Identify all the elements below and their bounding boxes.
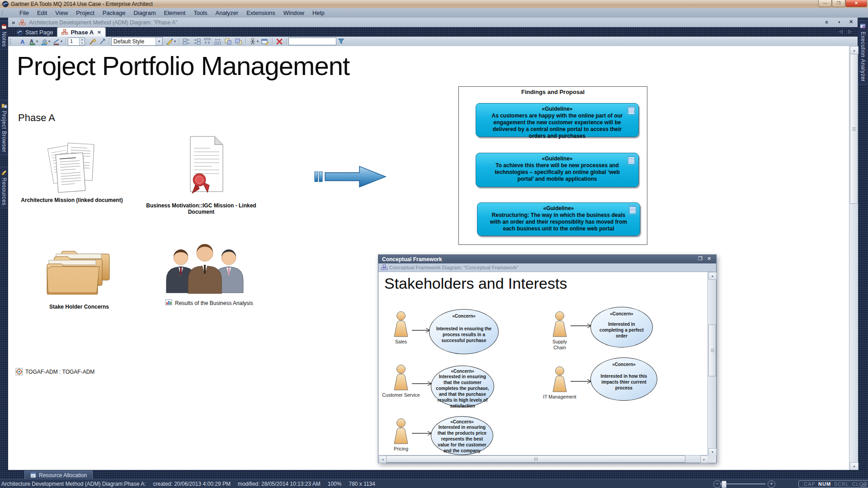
zoom-slider-thumb[interactable] xyxy=(722,481,726,488)
dock-tab-project-browser[interactable]: Project Browser xyxy=(0,100,8,155)
menu-item-diagram[interactable]: Diagram xyxy=(129,9,160,16)
text-color-button[interactable]: A ▾ xyxy=(28,38,39,46)
menu-drag-handle[interactable] xyxy=(1,10,4,16)
tab-scroll-right-icon[interactable]: ▷ xyxy=(848,29,852,34)
insert-related-left-button[interactable] xyxy=(181,38,192,46)
style-combobox[interactable]: Default Style ▾ xyxy=(111,37,163,46)
filter-button[interactable] xyxy=(336,38,346,46)
combobox-dropdown-icon[interactable]: ▾ xyxy=(156,38,162,45)
concern-ellipse[interactable]: «Concern» Interested in completing a per… xyxy=(590,307,653,347)
menu-item-extensions[interactable]: Extensions xyxy=(242,9,279,16)
canvas-scrollbar-thumb[interactable] xyxy=(850,54,858,204)
concern-ellipse[interactable]: «Concern» Interested in ensuring that th… xyxy=(431,416,493,455)
actor-supply-chain[interactable]: Supply Chain xyxy=(549,311,571,350)
resources-icon xyxy=(1,169,7,175)
dock-tab-notes[interactable]: Notes xyxy=(0,21,8,50)
tab-close-icon[interactable]: ✕ xyxy=(97,30,101,35)
stakeholder-concerns-artifact[interactable] xyxy=(45,248,115,295)
findings-proposal-boundary[interactable]: Findings and Proposal «Guideline» As cus… xyxy=(458,86,647,245)
actor-customer-service[interactable]: Customer Service xyxy=(390,365,412,398)
diagram-canvas[interactable]: Project Portfolio Management Phase A xyxy=(8,46,849,470)
delete-element-button[interactable] xyxy=(274,38,284,46)
concern-ellipse[interactable]: «Concern» Interested in ensuring that th… xyxy=(431,366,494,407)
space-vertically-button[interactable] xyxy=(202,38,212,46)
menu-item-package[interactable]: Package xyxy=(99,9,130,16)
cf-scroll-left-icon[interactable]: ◄ xyxy=(379,455,387,463)
cf-breadcrumb[interactable]: Conceptual Framework Diagram: "Conceptua… xyxy=(378,263,716,272)
tab-scroll-left-icon[interactable]: ◁ xyxy=(839,29,843,34)
apply-style-button[interactable]: ▾ xyxy=(165,38,177,46)
architecture-mission-artifact[interactable] xyxy=(47,139,98,196)
tab-phase-a[interactable]: Phase A ✕ xyxy=(57,27,105,37)
togaf-adm-icon[interactable] xyxy=(15,368,24,376)
restore-button[interactable]: ❐ xyxy=(832,0,845,7)
stepper-arrows[interactable]: ▲▼ xyxy=(79,38,85,45)
cf-diagram-canvas[interactable]: Stakeholders and Interests Sales «Concer… xyxy=(379,272,708,455)
menu-item-tools[interactable]: Tools xyxy=(189,9,211,16)
space-horizontally-button[interactable] xyxy=(212,38,223,46)
bring-to-front-button[interactable] xyxy=(223,38,233,46)
guideline-element[interactable]: «Guideline» As customers are happy with … xyxy=(476,103,639,137)
canvas-scroll-down-icon[interactable]: ▼ xyxy=(850,462,859,470)
menu-item-project[interactable]: Project xyxy=(72,9,98,16)
cf-scroll-right-icon[interactable]: ► xyxy=(700,455,708,463)
pin-panel-icon[interactable]: » xyxy=(823,21,830,24)
insert-related-right-button[interactable] xyxy=(192,38,202,46)
diagram-properties-button[interactable] xyxy=(260,38,270,46)
font-color-button[interactable]: A xyxy=(18,38,28,46)
line-color-button[interactable]: ▾ xyxy=(52,38,64,46)
filter-input[interactable] xyxy=(288,38,336,45)
cf-scrollbar-thumb[interactable] xyxy=(708,324,716,376)
breadcrumb-expand-icon[interactable]: » xyxy=(12,19,15,26)
panel-menu-icon[interactable]: ▾ xyxy=(838,20,840,24)
panel-close-icon[interactable]: ✕ xyxy=(849,19,853,25)
dock-tab-resource-allocation[interactable]: Resource Allocation xyxy=(24,470,93,479)
canvas-vertical-scrollbar[interactable]: ▲ ▼ xyxy=(849,46,858,470)
fill-color-button[interactable]: ▾ xyxy=(39,38,52,46)
business-motivation-artifact[interactable] xyxy=(187,135,227,196)
guideline-element[interactable]: «Guideline» Restructuring: The way in wh… xyxy=(477,202,640,236)
line-width-stepper[interactable]: 1 ▲▼ xyxy=(68,38,85,46)
actor-sales[interactable]: Sales xyxy=(390,311,412,345)
guideline-element[interactable]: «Guideline» To achieve this there will b… xyxy=(476,153,639,187)
dock-tab-resources[interactable]: Resources xyxy=(0,167,8,208)
canvas-scroll-up-icon[interactable]: ▲ xyxy=(850,46,859,54)
cf-vertical-scrollbar[interactable]: ▲ ▼ xyxy=(708,272,716,455)
dock-tab-execution-analyzer[interactable]: Execution Analyzer xyxy=(858,20,868,84)
business-analysis-people-artifact[interactable] xyxy=(162,238,248,294)
menu-item-analyzer[interactable]: Analyzer xyxy=(212,9,243,16)
left-dock-strip: Notes Project Browser Resources xyxy=(0,18,8,470)
menu-item-window[interactable]: Window xyxy=(279,9,308,16)
concern-ellipse[interactable]: «Concern» Interested in how this impacts… xyxy=(590,357,657,401)
menu-item-edit[interactable]: Edit xyxy=(33,9,51,16)
cf-horizontal-scrollbar[interactable]: ◄ ► xyxy=(379,455,708,463)
zoom-in-button[interactable]: + xyxy=(768,480,775,488)
send-to-back-button[interactable] xyxy=(233,38,244,46)
toolbar-drag-handle[interactable] xyxy=(9,38,12,45)
menu-item-help[interactable]: Help xyxy=(308,9,329,16)
flow-arrow-icon[interactable] xyxy=(314,163,387,191)
conceptual-framework-window[interactable]: Conceptual Framework ❐ ✕ Conceptual Fram… xyxy=(378,254,717,463)
concern-ellipse[interactable]: «Concern» Interested in ensuring the pro… xyxy=(429,309,499,354)
zoom-slider-track[interactable] xyxy=(720,483,765,484)
set-element-parent-button[interactable]: ▾ xyxy=(248,38,260,46)
resize-grip[interactable] xyxy=(861,482,866,487)
copy-style-button[interactable] xyxy=(98,38,107,46)
cf-scroll-up-icon[interactable]: ▲ xyxy=(708,272,717,280)
menu-item-element[interactable]: Element xyxy=(160,9,190,16)
menu-item-file[interactable]: File xyxy=(15,9,33,16)
format-painter-button[interactable] xyxy=(87,38,98,46)
cf-scrollbar-h-thumb[interactable] xyxy=(386,455,685,463)
cf-maximize-icon[interactable]: ❐ xyxy=(698,256,703,262)
minimize-button[interactable]: — xyxy=(818,0,832,7)
cf-window-titlebar[interactable]: Conceptual Framework ❐ ✕ xyxy=(378,255,716,263)
dropdown-caret-icon: ▾ xyxy=(48,39,50,43)
menu-item-view[interactable]: View xyxy=(51,9,72,16)
results-artifact-icon[interactable] xyxy=(165,299,173,307)
breadcrumb-text[interactable]: Architecture Development Method (ADM) Di… xyxy=(29,19,177,26)
tab-start-page[interactable]: Start Page xyxy=(13,28,57,37)
actor-it-management[interactable]: IT Management xyxy=(549,366,571,400)
cf-close-icon[interactable]: ✕ xyxy=(707,256,711,262)
close-button[interactable]: ✕ xyxy=(845,0,867,7)
actor-pricing[interactable]: Pricing xyxy=(390,418,412,452)
